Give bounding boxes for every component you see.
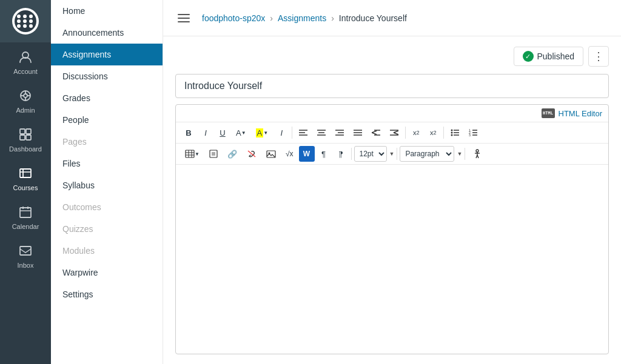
breadcrumb: foodphoto-sp20x › Assignments › Introduc… [163,0,621,36]
sidebar-calendar-label: Calendar [12,223,39,230]
sidebar-item-courses[interactable]: Courses [0,159,51,197]
svg-point-39 [451,130,453,131]
svg-rect-14 [20,208,31,217]
nav-home[interactable]: Home [51,0,163,22]
sidebar-item-calendar[interactable]: Calendar [0,197,51,236]
toolbar-sep-1 [292,127,292,139]
sidebar-item-inbox[interactable]: Inbox [0,236,51,275]
assignment-title-input[interactable] [175,74,609,98]
underline-button[interactable]: U [215,125,230,141]
breadcrumb-page: Introduce Yourself [339,13,407,23]
svg-line-32 [372,131,377,133]
rtl-marks-button[interactable]: ¶ [333,146,349,162]
html-icon: HTML [542,108,555,118]
sidebar-admin-label: Admin [16,107,35,114]
sidebar-courses-label: Courses [13,184,38,191]
svg-rect-51 [186,150,194,157]
image-button[interactable] [262,146,280,162]
svg-text:3.: 3. [469,133,471,136]
nav-people[interactable]: People [51,109,163,131]
svg-line-33 [372,133,377,134]
bold-button[interactable]: B [181,125,196,141]
background-color-button[interactable]: A ▼ [252,125,273,141]
table-arrow: ▼ [195,151,200,157]
admin-icon [17,87,34,104]
svg-point-2 [24,94,27,98]
account-icon [17,48,34,65]
align-right-button[interactable] [331,125,348,141]
outdent-button[interactable] [368,125,384,141]
paragraph-marks-button[interactable]: ¶ [316,146,332,162]
toolbar-row-2: ▼ 🔗 √x W ¶ ¶ 12pt 14pt [176,144,608,165]
ordered-list-button[interactable]: 1.2.3. [465,125,482,141]
nav-settings[interactable]: Settings [51,283,163,305]
accessibility-button[interactable] [468,146,487,162]
published-label: Published [537,51,575,61]
breadcrumb-section[interactable]: Assignments [278,13,326,23]
hamburger-line-1 [178,14,190,15]
sidebar-item-account[interactable]: Account [0,42,51,81]
sidebar-item-admin[interactable]: Admin [0,81,51,120]
svg-rect-8 [26,129,31,134]
unlink-button[interactable] [243,146,261,162]
align-left-button[interactable] [295,125,312,141]
font-color-label: A [236,128,241,137]
nav-outcomes: Outcomes [51,196,163,218]
nav-quizzes: Quizzes [51,218,163,240]
toolbar-sep-4 [351,148,352,160]
html-editor-link[interactable]: HTML HTML Editor [542,108,602,118]
inbox-icon [17,242,34,259]
table2-button[interactable] [205,146,222,162]
html-editor-label: HTML Editor [559,109,602,118]
nav-files[interactable]: Files [51,153,163,174]
breadcrumb-course[interactable]: foodphoto-sp20x [202,13,265,23]
paragraph-style-select[interactable]: Paragraph Heading 1 Heading 2 [400,146,454,162]
para-style-arrow: ▼ [457,151,462,157]
subscript-button[interactable]: x2 [425,125,441,141]
nav-warpwire[interactable]: Warpwire [51,262,163,283]
superscript-button[interactable]: x2 [408,125,424,141]
link-button[interactable]: 🔗 [223,146,241,162]
unordered-list-button[interactable] [446,125,463,141]
app-logo[interactable] [0,0,51,42]
svg-rect-10 [26,135,31,140]
nav-modules: Modules [51,240,163,262]
nav-announcements[interactable]: Announcements [51,22,163,44]
nav-grades[interactable]: Grades [51,87,163,109]
published-badge: ✓ Published [514,47,584,66]
toolbar-sep-3 [443,127,444,139]
toolbar-row-1: B I U A ▼ A ▼ I [176,122,608,144]
italic-button[interactable]: I [198,125,213,141]
nav-syllabus[interactable]: Syllabus [51,174,163,196]
sidebar-dashboard-label: Dashboard [9,145,42,153]
align-center-button[interactable] [313,125,330,141]
toolbar-sep-2 [405,127,406,139]
svg-point-61 [476,150,478,152]
toolbar-sep-6 [465,148,465,160]
italic2-button[interactable]: I [274,125,289,141]
sidebar-account-label: Account [13,68,38,75]
dashboard-icon [17,126,34,143]
svg-rect-11 [20,169,31,177]
course-navigation: Home Announcements Assignments Discussio… [51,0,163,364]
nav-discussions[interactable]: Discussions [51,65,163,87]
bg-color-label: A [256,128,264,137]
font-size-select[interactable]: 12pt 14pt 18pt [354,146,387,162]
formula-button[interactable]: √x [281,146,298,162]
nav-assignments[interactable]: Assignments [51,44,163,65]
svg-rect-9 [20,135,25,140]
align-justify-button[interactable] [349,125,366,141]
breadcrumb-sep-1: › [270,13,273,23]
main-content: foodphoto-sp20x › Assignments › Introduc… [163,0,621,364]
sidebar-item-dashboard[interactable]: Dashboard [0,120,51,159]
word-button[interactable]: W [299,146,315,162]
hamburger-button[interactable] [175,12,192,25]
more-options-button[interactable]: ⋮ [588,46,609,67]
font-color-button[interactable]: A ▼ [232,125,250,141]
table-button[interactable]: ▼ [181,146,204,162]
indent-button[interactable] [386,125,403,141]
courses-icon [17,165,34,182]
editor-body[interactable] [176,165,608,354]
content-header: ✓ Published ⋮ [175,46,609,67]
bg-color-arrow: ▼ [263,130,268,136]
